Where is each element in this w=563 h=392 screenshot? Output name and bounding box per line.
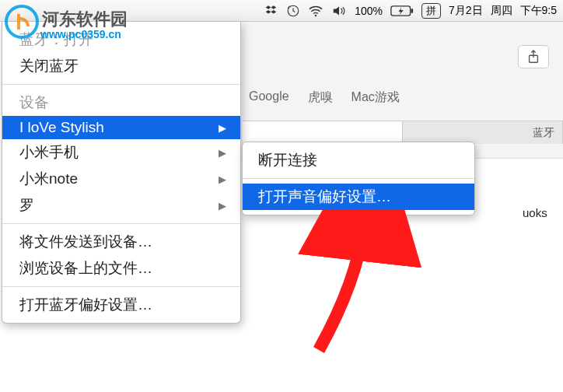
time-label: 下午9:5 bbox=[520, 4, 557, 18]
device-label: 罗 bbox=[19, 195, 34, 215]
watermark-logo: 河东软件园 bbox=[3, 3, 40, 44]
device-xiaomi-phone[interactable]: 小米手机 ▶ bbox=[2, 139, 240, 166]
watermark-url: www.pc0359.cn bbox=[40, 28, 121, 40]
device-i-love-stylish[interactable]: I loVe Stylish ▶ bbox=[2, 116, 240, 139]
open-bluetooth-prefs[interactable]: 打开蓝牙偏好设置… bbox=[2, 292, 240, 318]
browser-tab[interactable]: 蓝牙 bbox=[403, 121, 563, 144]
tab-label: 蓝牙 bbox=[533, 126, 554, 140]
dropbox-icon[interactable] bbox=[264, 4, 278, 18]
menu-separator bbox=[2, 286, 240, 287]
timemachine-icon[interactable] bbox=[286, 4, 300, 18]
svg-point-5 bbox=[6, 6, 37, 37]
menu-separator bbox=[2, 223, 240, 224]
svg-rect-6 bbox=[17, 14, 20, 30]
battery-percent: 100% bbox=[355, 5, 383, 17]
annotation-arrow bbox=[272, 210, 474, 366]
device-xiaomi-note[interactable]: 小米note ▶ bbox=[2, 166, 240, 192]
device-label: 小米手机 bbox=[19, 142, 79, 163]
bluetooth-menu: 蓝牙：打开 关闭蓝牙 设备 I loVe Stylish ▶ 小米手机 ▶ 小米… bbox=[2, 22, 241, 324]
bookmark-macgame[interactable]: Mac游戏 bbox=[351, 89, 400, 106]
share-button[interactable] bbox=[518, 45, 549, 68]
device-submenu: 断开连接 打开声音偏好设置… bbox=[242, 142, 475, 215]
tab-strip: 蓝牙 bbox=[243, 121, 563, 144]
page-text-fragment: uoks bbox=[523, 206, 547, 219]
volume-icon[interactable] bbox=[331, 5, 347, 17]
submenu-arrow-icon: ▶ bbox=[219, 173, 226, 185]
bookmarks-bar: Google 虎嗅 Mac游戏 bbox=[249, 89, 400, 106]
device-luo[interactable]: 罗 ▶ bbox=[2, 192, 240, 219]
turn-off-bluetooth[interactable]: 关闭蓝牙 bbox=[2, 53, 240, 79]
ime-indicator[interactable]: 拼 bbox=[421, 3, 441, 19]
wifi-icon[interactable] bbox=[308, 5, 323, 17]
browser-tab[interactable] bbox=[243, 121, 403, 144]
submenu-arrow-icon: ▶ bbox=[219, 200, 226, 212]
menu-separator bbox=[2, 84, 240, 85]
svg-rect-3 bbox=[411, 9, 413, 12]
device-label: 小米note bbox=[19, 169, 78, 189]
share-icon bbox=[527, 50, 540, 64]
bookmark-google[interactable]: Google bbox=[249, 89, 289, 106]
disconnect-device[interactable]: 断开连接 bbox=[243, 147, 474, 173]
send-file-to-device[interactable]: 将文件发送到设备… bbox=[2, 229, 240, 255]
browse-device-files[interactable]: 浏览设备上的文件… bbox=[2, 255, 240, 282]
date-label[interactable]: 7月2日 bbox=[449, 4, 483, 18]
bookmark-huxiu[interactable]: 虎嗅 bbox=[308, 89, 333, 106]
svg-point-1 bbox=[315, 14, 316, 16]
open-sound-prefs[interactable]: 打开声音偏好设置… bbox=[243, 184, 474, 210]
submenu-arrow-icon: ▶ bbox=[219, 122, 226, 134]
device-label: I loVe Stylish bbox=[19, 119, 104, 136]
weekday-label: 周四 bbox=[491, 4, 512, 18]
menu-separator bbox=[243, 178, 474, 179]
devices-header: 设备 bbox=[2, 89, 240, 116]
submenu-arrow-icon: ▶ bbox=[219, 147, 226, 159]
battery-charging-icon bbox=[390, 5, 414, 17]
